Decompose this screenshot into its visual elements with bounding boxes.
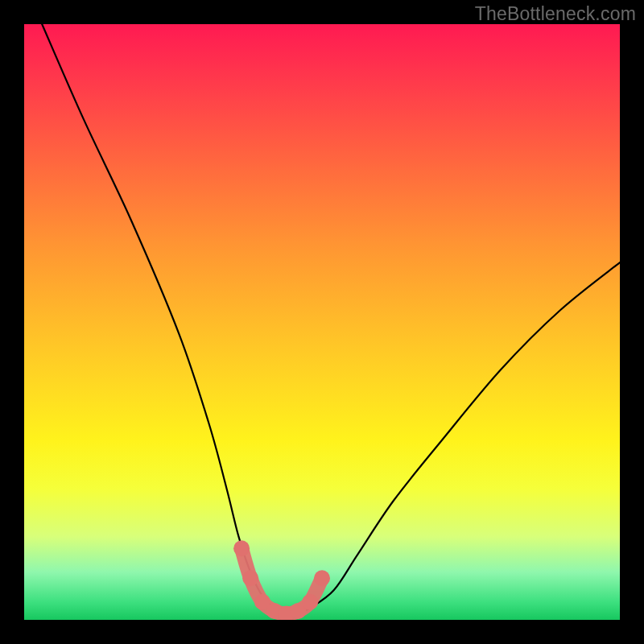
highlight-dot (314, 570, 330, 586)
highlight-dot (242, 570, 258, 586)
bottleneck-curve (42, 24, 620, 615)
watermark-text: TheBottleneck.com (475, 3, 636, 25)
highlight-dot (302, 594, 318, 610)
highlight-dot (233, 540, 250, 556)
curve-svg (24, 24, 620, 620)
chart-frame: TheBottleneck.com (0, 0, 644, 644)
optimal-range-dots (233, 540, 330, 620)
plot-area (24, 24, 620, 620)
